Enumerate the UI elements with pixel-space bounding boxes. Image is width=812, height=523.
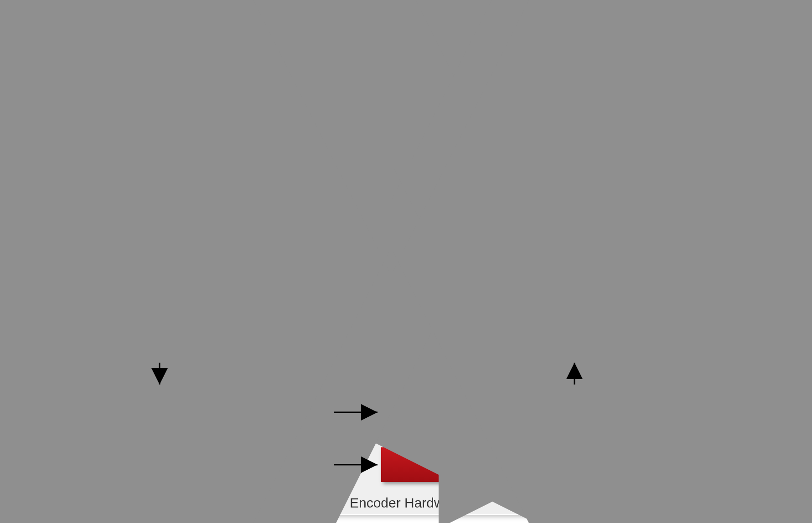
standard-component-interface-bar: Standard Component Interface(OMX IL/Libv… [8, 27, 784, 58]
software-title: Encoder Control Software [10, 7, 803, 22]
codec-hevc: HEVC/H.265 Header Encode [8, 67, 130, 107]
pre-processor-block: Pre-Processor [82, 388, 328, 481]
codec-av1: AV1 Header Encode [269, 67, 392, 107]
service-sram: SRAM Wrapper [414, 313, 557, 341]
codec-hevc-name: HEVC/H.265 [27, 74, 111, 89]
codec-row: HEVC/H.265 Header Encode AVC/H.264 Heade… [8, 67, 784, 107]
port-apb-slave-l1: APB [733, 314, 755, 327]
codec-jpeg: JPEG/MJPEG Header Encode [531, 67, 653, 107]
port-axi-master-l1: AXI [64, 314, 82, 327]
codec-ratecontrol-name: Rate Control [679, 79, 766, 95]
video-encoding-core-sub: (HEVC/H.264/AV1/VP9) [497, 417, 603, 429]
service-registers: SW Registers [568, 313, 712, 341]
video-encoding-core-block: Video Encoding Core (HEVC/H.264/AV1/VP9) [381, 388, 719, 437]
bus-label-axi: 128-bit AXI Bus [196, 207, 259, 218]
service-clock: Clock/Reset Management [259, 313, 403, 341]
codec-vp9: VP9 Header Encode [400, 67, 522, 107]
port-axi-master: AXI Master [52, 297, 93, 356]
codec-ratecontrol: Rate Control [661, 67, 784, 107]
codec-vp9-name: VP9 [447, 74, 475, 89]
port-apb-slave-l2: Slave [730, 327, 757, 339]
codec-avc: AVC/H.264 Header Encode [139, 67, 261, 107]
codec-jpeg-name: JPEG/MJPEG [545, 74, 639, 89]
video-encoding-core-title: Video Encoding Core [467, 397, 632, 416]
bus-label-apb: 32-bit APB Bus [597, 207, 659, 218]
codec-avc-name: AVC/H.264 [163, 74, 236, 89]
codec-hevc-sub: Header Encode [32, 90, 105, 100]
wrapper-layer-bar: Encoder Wrapper Layer(HW/OS abstraction) [8, 116, 784, 147]
service-axi-bus: AXI Bus Service [104, 313, 248, 341]
service-strip: AXI Master AXI Bus Service Clock/Reset M… [52, 297, 764, 356]
service-inner: AXI Bus Service Clock/Reset Management S… [93, 297, 723, 356]
jpeg-encoding-core-block: JPEG Encoding Core [381, 447, 719, 482]
hardware-title: Encoder Hardware [10, 495, 803, 511]
codec-jpeg-sub: Header Encode [555, 90, 628, 100]
port-apb-slave: APB Slave [723, 297, 764, 356]
codec-av1-sub: Header Encode [294, 90, 367, 100]
codec-vp9-sub: Header Encode [424, 90, 497, 100]
port-axi-master-l2: Master [56, 327, 89, 339]
codec-av1-name: AV1 [317, 74, 344, 89]
codec-avc-sub: Header Encode [163, 90, 236, 100]
